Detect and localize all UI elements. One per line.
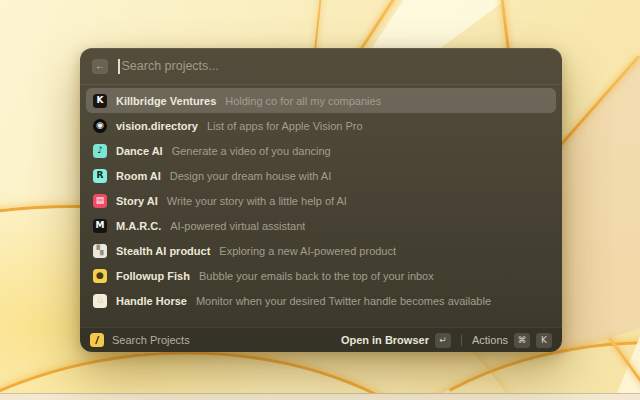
wallpaper-bottom-strip [0, 393, 640, 400]
list-item-story-ai[interactable]: ▤ Story AI Write your story with a littl… [86, 188, 556, 213]
command-palette-window: ← K Killbridge Ventures Holding co for a… [80, 48, 562, 352]
actions-label: Actions [472, 334, 508, 346]
arrow-left-icon: ← [95, 61, 105, 71]
handle-horse-icon: ♘ [93, 294, 107, 308]
item-subtitle: List of apps for Apple Vision Pro [207, 120, 363, 132]
footer-actions: Open in Browser ↵ Actions ⌘ K [341, 333, 552, 348]
item-subtitle: Generate a video of you dancing [172, 145, 331, 157]
list-item-vision-directory[interactable]: ◉ vision.directory List of apps for Appl… [86, 113, 556, 138]
marc-icon: M [93, 219, 107, 233]
list-item-stealth-ai-product[interactable]: ▚ Stealth AI product Exploring a new AI-… [86, 238, 556, 263]
item-subtitle: Bubble your emails back to the top of yo… [199, 270, 434, 282]
open-in-browser-label: Open in Browser [341, 334, 429, 346]
item-title: M.A.R.C. [116, 220, 161, 232]
search-bar: ← [80, 48, 562, 85]
item-title: Dance AI [116, 145, 163, 157]
item-subtitle: Monitor when your desired Twitter handle… [196, 295, 491, 307]
room-ai-icon: R [93, 169, 107, 183]
open-in-browser-button[interactable]: Open in Browser ↵ [341, 333, 451, 348]
item-title: vision.directory [116, 120, 198, 132]
item-subtitle: Design your dream house with AI [170, 170, 331, 182]
item-subtitle: Write your story with a little help of A… [167, 195, 347, 207]
footer-divider [461, 335, 462, 346]
story-ai-icon: ▤ [93, 194, 107, 208]
item-title: Followup Fish [116, 270, 190, 282]
actions-button[interactable]: Actions ⌘ K [472, 333, 552, 348]
item-title: Killbridge Ventures [116, 95, 216, 107]
footer-bar: / Search Projects Open in Browser ↵ Acti… [80, 327, 562, 352]
vision-directory-icon: ◉ [93, 119, 107, 133]
text-caret [118, 59, 120, 74]
item-title: Handle Horse [116, 295, 187, 307]
list-item-dance-ai[interactable]: ♪ Dance AI Generate a video of you danci… [86, 138, 556, 163]
stealth-ai-icon: ▚ [93, 244, 107, 258]
item-title: Story AI [116, 195, 158, 207]
item-subtitle: Exploring a new AI-powered product [219, 245, 396, 257]
item-subtitle: AI-powered virtual assistant [170, 220, 305, 232]
list-item-handle-horse[interactable]: ♘ Handle Horse Monitor when your desired… [86, 288, 556, 313]
project-list: K Killbridge Ventures Holding co for all… [80, 85, 562, 327]
list-item-killbridge-ventures[interactable]: K Killbridge Ventures Holding co for all… [86, 88, 556, 113]
list-item-followup-fish[interactable]: ● Followup Fish Bubble your emails back … [86, 263, 556, 288]
item-title: Stealth AI product [116, 245, 210, 257]
list-item-room-ai[interactable]: R Room AI Design your dream house with A… [86, 163, 556, 188]
cmd-key-icon: ⌘ [514, 333, 530, 348]
slash-glyph: / [96, 335, 99, 346]
dance-ai-icon: ♪ [93, 144, 107, 158]
k-key-icon: K [536, 333, 552, 348]
extension-logo-icon: / [90, 333, 104, 347]
back-button[interactable]: ← [92, 59, 108, 74]
item-title: Room AI [116, 170, 161, 182]
enter-key-icon: ↵ [435, 333, 451, 348]
list-item-marc[interactable]: M M.A.R.C. AI-powered virtual assistant [86, 213, 556, 238]
command-name-label: Search Projects [112, 334, 190, 346]
followup-fish-icon: ● [93, 269, 107, 283]
killbridge-ventures-icon: K [93, 94, 107, 108]
item-subtitle: Holding co for all my companies [225, 95, 381, 107]
search-input[interactable] [122, 59, 551, 73]
